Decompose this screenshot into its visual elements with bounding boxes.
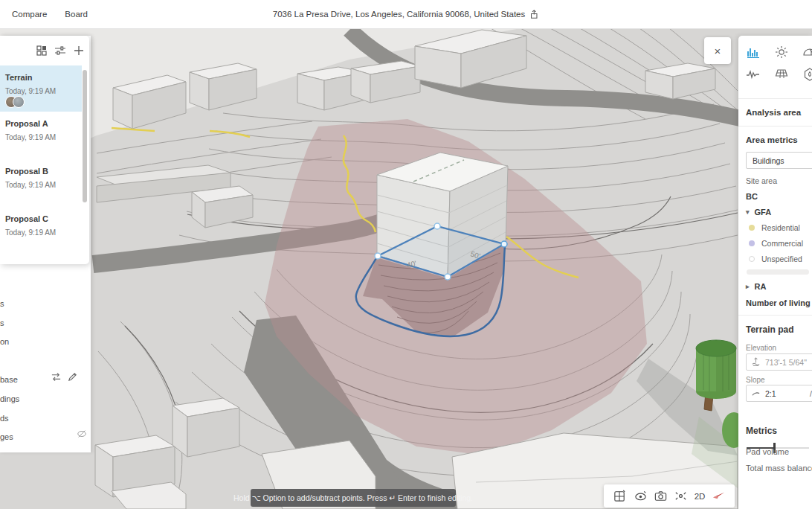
area-metrics-title[interactable]: Area metrics (746, 135, 798, 144)
edit-pencil-icon[interactable] (67, 371, 78, 382)
swap-icon[interactable] (51, 371, 62, 382)
unspecified-color-dot (749, 256, 755, 262)
proposal-timestamp: Today, 9:19 AM (0, 82, 82, 95)
terrain-pad-title: Terrain pad (746, 324, 793, 335)
visibility-eye-icon[interactable] (634, 489, 648, 503)
chevron-right-icon: ▸ (746, 283, 750, 290)
buildings-select[interactable]: Buildings (746, 152, 812, 169)
residential-color-dot (749, 225, 755, 231)
proposal-title: Proposal A (0, 112, 82, 128)
hide-eye-off-icon[interactable] (77, 429, 87, 439)
layer-item-roads[interactable]: ds (0, 413, 9, 423)
area-metrics-tool-icon[interactable] (746, 45, 761, 60)
scrollbar-thumb[interactable] (83, 70, 87, 202)
slope-value: 2:1 (765, 389, 776, 398)
layout-views-icon[interactable] (613, 489, 627, 503)
zoom-to-fit-icon[interactable] (674, 489, 688, 503)
site-area-label: Site area (746, 176, 777, 185)
vertex-handle[interactable] (501, 241, 507, 247)
proposal-item-a[interactable]: Proposal A Today, 9:19 AM (0, 112, 82, 159)
proposal-title: Terrain (0, 65, 82, 82)
slope-arc-icon (751, 388, 761, 398)
proposal-item-terrain[interactable]: Terrain Today, 9:19 AM (0, 65, 82, 112)
filter-sliders-icon[interactable] (54, 45, 66, 57)
analysis-area-title[interactable]: Analysis area (746, 108, 801, 117)
buildings-select-value: Buildings (753, 156, 784, 165)
app-window: 40' 50' Compare Board 7036 L (0, 0, 812, 509)
living-units-label: Number of living units (746, 298, 812, 307)
vertex-handle[interactable] (434, 223, 440, 229)
gfa-item-commercial[interactable]: Commercial (749, 239, 803, 248)
analysis-panel: Analysis area Area metrics Buildings Sit… (738, 36, 812, 509)
gfa-item-label: Unspecified (761, 254, 802, 263)
vertex-handle[interactable] (375, 253, 381, 259)
avatar (13, 96, 25, 108)
camera-screenshot-icon[interactable] (654, 489, 668, 503)
share-icon[interactable] (529, 10, 539, 19)
proposal-timestamp: Today, 9:19 AM (0, 128, 82, 141)
tab-board[interactable]: Board (65, 10, 88, 19)
viewport-3d[interactable]: 40' 50' (0, 28, 812, 509)
proposal-item-c[interactable]: Proposal C Today, 9:19 AM (0, 207, 82, 254)
metric-pad-volume: Pad volume (746, 447, 789, 456)
layer-item-buildings[interactable]: dings (0, 394, 19, 404)
gfa-label: GFA (755, 208, 772, 217)
slope-label: Slope (746, 376, 765, 384)
proposals-panel: Terrain Today, 9:19 AM Proposal A Today,… (0, 36, 89, 264)
tab-compare[interactable]: Compare (12, 10, 47, 19)
layer-item[interactable]: s (0, 298, 4, 309)
gfa-item-label: Residential (761, 223, 800, 232)
sun-analysis-icon[interactable] (774, 45, 789, 60)
top-bar: Compare Board 7036 La Presa Drive, Los A… (0, 0, 812, 29)
viewport-toolbar: 2D (604, 484, 735, 508)
slope-input[interactable]: 2:1 / (746, 385, 812, 402)
metrics-title: Metrics (746, 426, 777, 436)
ra-expander[interactable]: ▸ RA (746, 282, 766, 291)
noise-analysis-icon[interactable] (746, 67, 761, 82)
elevation-input[interactable]: 713'-1 5/64" (746, 353, 812, 371)
commercial-color-dot (749, 240, 755, 246)
close-button[interactable]: × (704, 37, 731, 64)
proposal-timestamp: Today, 9:19 AM (0, 223, 82, 237)
proposal-item-b[interactable]: Proposal B Today, 9:19 AM (0, 159, 82, 207)
solar-panel-icon[interactable] (774, 67, 789, 82)
editing-hint-tooltip: Hold ⌥ Option to add/subtract points. Pr… (251, 489, 456, 507)
layer-item[interactable]: on (0, 336, 9, 347)
layer-item-images[interactable]: ges (0, 432, 13, 442)
gfa-expander[interactable]: ▾ GFA (746, 208, 771, 217)
vertex-handle[interactable] (445, 274, 451, 280)
gfa-item-label: Commercial (761, 239, 803, 248)
metric-total-mass-balance: Total mass balance (746, 464, 812, 473)
compass-north-icon[interactable] (712, 489, 726, 503)
layer-item[interactable]: s (0, 318, 4, 328)
add-proposal-icon[interactable] (73, 45, 85, 57)
proposal-title: Proposal C (0, 207, 82, 223)
proposal-title: Proposal B (0, 159, 82, 176)
project-address: 7036 La Presa Drive, Los Angeles, Califo… (273, 10, 525, 19)
elevation-value: 713'-1 5/64" (765, 358, 807, 367)
elevation-label: Elevation (746, 344, 776, 352)
daylight-dome-icon[interactable] (802, 45, 812, 60)
bc-label: BC (746, 192, 758, 201)
grid-view-icon[interactable] (36, 45, 48, 57)
chevron-down-icon: ▾ (746, 208, 750, 216)
ra-label: RA (755, 282, 767, 291)
gfa-item-unspecified[interactable]: Unspecified (749, 254, 802, 263)
embodied-carbon-icon[interactable] (802, 67, 812, 82)
proposal-timestamp: Today, 9:19 AM (0, 176, 82, 189)
gfa-distribution-bar (747, 269, 809, 275)
elevation-icon (751, 357, 761, 367)
gfa-item-residential[interactable]: Residential (749, 223, 800, 232)
toggle-2d-button[interactable]: 2D (695, 492, 706, 501)
layer-item-map-base[interactable]: base (0, 374, 18, 385)
